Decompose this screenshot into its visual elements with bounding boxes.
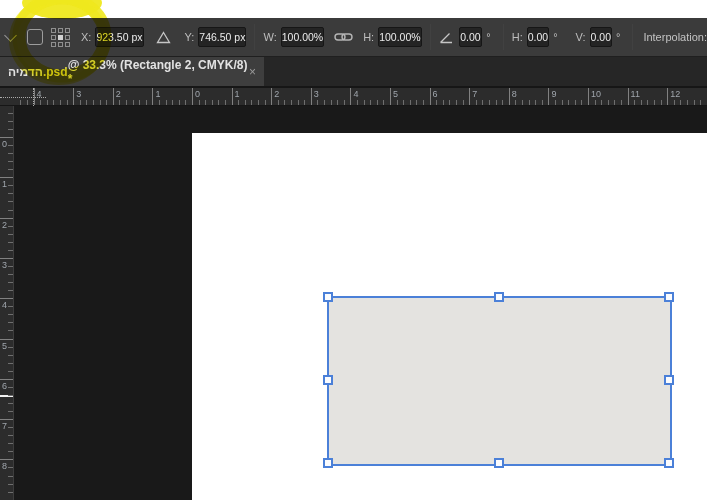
ruler-tick [298, 100, 299, 105]
ruler-tick [8, 476, 13, 477]
ruler-tick [8, 113, 13, 114]
ruler-tick [614, 100, 615, 105]
ruler-label: 2 [2, 220, 7, 230]
vertical-ruler[interactable]: 0123456789 [0, 106, 14, 500]
ruler-label: 4 [2, 300, 7, 310]
document-tab[interactable]: הדמיה.psd @ 33.3% (Rectangle 2, CMYK/8) … [0, 57, 264, 86]
ruler-tick [410, 100, 411, 105]
transform-handle[interactable] [494, 292, 504, 302]
ruler-tick [8, 322, 13, 323]
ruler-tick [8, 347, 13, 348]
ruler-label: 6 [2, 381, 7, 391]
h-skew-input[interactable]: 0.00 [527, 27, 549, 47]
ruler-tick [0, 137, 13, 138]
ruler-tick [370, 100, 371, 105]
width-scale-input[interactable]: 100.00% [281, 27, 324, 47]
ruler-tick [317, 100, 318, 105]
ruler-label: 3 [314, 89, 319, 99]
ruler-tick [8, 193, 13, 194]
page-background-strip [0, 0, 707, 18]
ruler-tick [555, 100, 556, 105]
ruler-tick [179, 100, 180, 105]
horizontal-ruler[interactable]: 43210123456789101112 [0, 88, 707, 106]
ruler-tick [0, 419, 13, 420]
ruler-tick [8, 330, 13, 331]
transform-handle[interactable] [664, 458, 674, 468]
reference-point-locator-icon[interactable] [51, 28, 70, 47]
ruler-tick [694, 100, 695, 105]
v-skew-degree-label: ° [616, 31, 620, 43]
y-position-input[interactable]: 746.50 px [198, 27, 246, 47]
ruler-tick [397, 100, 398, 105]
ruler-tick [47, 100, 48, 105]
ruler-tick [667, 88, 668, 105]
x-position-input[interactable]: 923.50 px [95, 27, 143, 47]
reference-point-toggle-checkbox[interactable] [27, 29, 43, 45]
y-label: Y: [185, 31, 195, 43]
ruler-tick [8, 250, 13, 251]
rotate-angle-input[interactable]: 0.00 [459, 27, 483, 47]
ruler-tick [8, 411, 13, 412]
ruler-tick [40, 100, 41, 105]
v-skew-input[interactable]: 0.00 [590, 27, 612, 47]
tab-zoom-and-mode: @ 33.3% (Rectangle 2, CMYK/8) * [68, 58, 249, 86]
ruler-tick [8, 153, 13, 154]
ruler-tick [608, 100, 609, 105]
ruler-tick [364, 100, 365, 105]
ruler-tick [8, 161, 13, 162]
ruler-tick [641, 100, 642, 105]
ruler-tick [8, 371, 13, 372]
chevron-down-icon[interactable] [4, 29, 17, 42]
relative-positioning-delta-icon[interactable] [156, 31, 171, 44]
ruler-tick [522, 100, 523, 105]
ruler-tick [199, 100, 200, 105]
ruler-tick [166, 100, 167, 105]
ruler-tick [0, 298, 13, 299]
transform-handle[interactable] [323, 375, 333, 385]
ruler-label: 1 [155, 89, 160, 99]
ruler-tick [93, 100, 94, 105]
transform-handle[interactable] [664, 292, 674, 302]
ruler-tick [8, 443, 13, 444]
ruler-label: 3 [2, 260, 7, 270]
ruler-tick [416, 100, 417, 105]
ruler-tick [377, 100, 378, 105]
transform-handle[interactable] [494, 458, 504, 468]
transform-handle[interactable] [323, 292, 333, 302]
ruler-label: 4 [353, 89, 358, 99]
ruler-tick [562, 100, 563, 105]
ruler-tick [80, 100, 81, 105]
ruler-tick [482, 100, 483, 105]
ruler-tick [232, 88, 233, 105]
ruler-label: 5 [2, 341, 7, 351]
ruler-tick [449, 100, 450, 105]
ruler-tick [674, 100, 675, 105]
ruler-tick [20, 100, 21, 105]
ruler-tick [403, 100, 404, 105]
ruler-tick [8, 387, 13, 388]
ruler-tick [8, 234, 13, 235]
tab-close-icon[interactable]: × [249, 65, 256, 79]
ruler-tick [8, 185, 13, 186]
canvas[interactable] [192, 133, 707, 500]
ruler-tick [86, 100, 87, 105]
ruler-tick [8, 355, 13, 356]
ruler-tick [476, 100, 477, 105]
ruler-label: 0 [2, 139, 7, 149]
rectangle-shape-transform-box[interactable] [327, 296, 672, 466]
interpolation-label: Interpolation: [643, 31, 707, 43]
ruler-label: 7 [472, 89, 477, 99]
height-scale-input[interactable]: 100.00% [378, 27, 421, 47]
link-aspect-ratio-icon[interactable] [334, 31, 353, 43]
ruler-tick [258, 100, 259, 105]
divider [254, 24, 255, 50]
ruler-tick [8, 427, 13, 428]
ruler-label: 0 [195, 89, 200, 99]
ruler-tick [8, 145, 13, 146]
ruler-tick [8, 290, 13, 291]
ruler-tick [502, 100, 503, 105]
transform-handle[interactable] [664, 375, 674, 385]
ruler-tick [383, 100, 384, 105]
ruler-tick [8, 129, 13, 130]
transform-handle[interactable] [323, 458, 333, 468]
